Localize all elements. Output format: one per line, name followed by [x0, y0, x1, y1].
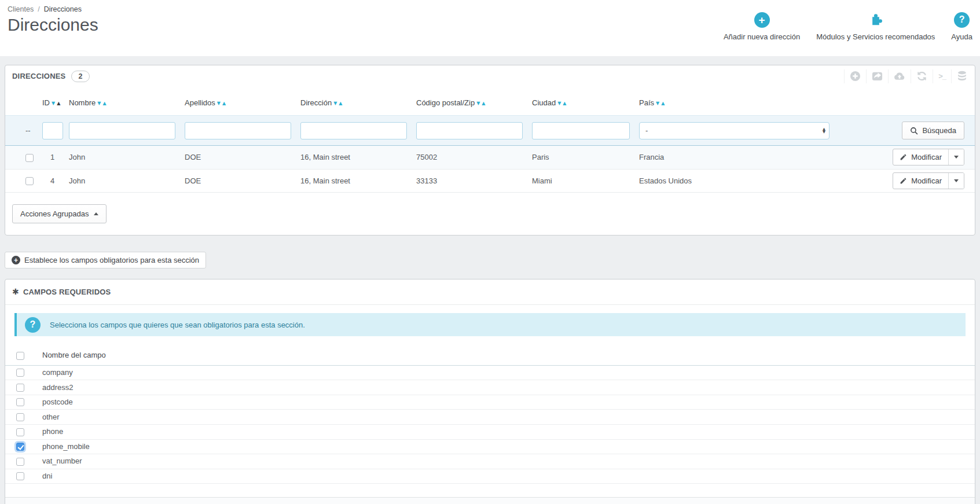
- row-checkbox[interactable]: [25, 177, 34, 185]
- list-item: dni: [5, 469, 975, 484]
- column-header-apellidos[interactable]: Apellidos▼▲: [180, 87, 296, 116]
- cell-id: 1: [38, 146, 64, 170]
- filter-apellidos-input[interactable]: [185, 122, 291, 139]
- row-checkbox[interactable]: [25, 154, 34, 162]
- help-circle-icon: ?: [954, 12, 970, 28]
- sort-desc-icon[interactable]: ▼: [476, 101, 480, 106]
- sort-desc-icon[interactable]: ▼: [97, 101, 101, 106]
- cell-direccion: 16, Main street: [296, 146, 412, 170]
- cell-direccion: 16, Main street: [296, 169, 412, 193]
- sort-asc-icon[interactable]: ▲: [661, 101, 665, 106]
- filter-nombre-input[interactable]: [69, 122, 175, 139]
- field-checkbox-vat-number[interactable]: [16, 458, 24, 466]
- modify-dropdown-toggle[interactable]: [948, 149, 964, 165]
- sort-desc-icon[interactable]: ▼: [52, 101, 55, 106]
- cell-pais: Estados Unidos: [634, 169, 834, 193]
- recommended-modules-label: Módulos y Servicios recomendados: [816, 32, 935, 41]
- sort-desc-icon[interactable]: ▼: [333, 101, 337, 106]
- cell-apellidos: DOE: [180, 146, 296, 170]
- modify-dropdown-toggle[interactable]: [948, 173, 964, 189]
- sort-asc-icon[interactable]: ▲: [222, 101, 226, 106]
- filter-direccion-input[interactable]: [300, 122, 407, 139]
- sort-asc-icon[interactable]: ▲: [563, 101, 566, 106]
- filter-codigo-postal-input[interactable]: [416, 122, 523, 139]
- caret-down-icon: [954, 156, 959, 159]
- asterisk-icon: ✱: [12, 287, 19, 296]
- cell-ciudad: Paris: [527, 146, 634, 170]
- set-required-fields-button[interactable]: + Establece los campos obligatorios para…: [5, 252, 206, 268]
- sort-desc-icon[interactable]: ▼: [557, 101, 561, 106]
- field-name-label: dni: [34, 469, 975, 484]
- sort-desc-icon[interactable]: ▼: [217, 101, 221, 106]
- required-fields-heading: ✱ CAMPOS REQUERIDOS: [5, 279, 975, 305]
- sort-desc-icon[interactable]: ▼: [656, 101, 659, 106]
- column-header-row: ID▼▲ Nombre▼▲ Apellidos▼▲ Dirección▼▲ Có…: [5, 87, 975, 116]
- sort-asc-icon[interactable]: ▲: [102, 101, 106, 106]
- required-fields-table: Nombre del campo company address2 postco…: [5, 347, 975, 484]
- field-name-label: other: [34, 410, 975, 425]
- page-root: Clientes/Direcciones Direcciones + Añadi…: [0, 0, 980, 504]
- list-item: phone: [5, 424, 975, 439]
- field-checkbox-other[interactable]: [16, 413, 24, 421]
- fields-header-row: Nombre del campo: [5, 347, 975, 365]
- addresses-table: ID▼▲ Nombre▼▲ Apellidos▼▲ Dirección▼▲ Có…: [5, 87, 975, 193]
- sort-asc-icon[interactable]: ▲: [57, 101, 60, 106]
- list-item: company: [5, 365, 975, 380]
- list-item: postcode: [5, 395, 975, 410]
- filter-ciudad-input[interactable]: [532, 122, 630, 139]
- column-header-actions: [834, 87, 975, 116]
- required-fields-panel: ✱ CAMPOS REQUERIDOS ? Selecciona los cam…: [5, 279, 975, 504]
- help-button[interactable]: ? Ayuda: [951, 11, 972, 41]
- header-actions: + Añadir nueva dirección Módulos y Servi…: [707, 11, 972, 41]
- cell-codigo-postal: 33133: [412, 169, 527, 193]
- field-checkbox-phone[interactable]: [16, 428, 24, 436]
- table-row: 4 John DOE 16, Main street 33133 Miami E…: [5, 169, 975, 193]
- select-all-checkbox[interactable]: [16, 352, 24, 360]
- cell-pais: Francia: [634, 146, 834, 170]
- field-checkbox-address2[interactable]: [16, 384, 24, 392]
- recommended-modules-button[interactable]: Módulos y Servicios recomendados: [816, 11, 935, 41]
- export-icon[interactable]: [866, 69, 888, 83]
- caret-up-icon: [94, 212, 98, 215]
- list-item: phone_mobile: [5, 439, 975, 454]
- pencil-icon: [900, 153, 907, 161]
- filter-dash: --: [5, 116, 38, 146]
- sql-console-icon[interactable]: >_: [933, 69, 951, 83]
- add-icon[interactable]: [844, 69, 866, 83]
- select-stepper-icon: ▲▼: [823, 128, 825, 134]
- addresses-panel-heading: DIRECCIONES 2 >_: [5, 65, 975, 87]
- grouped-actions-button[interactable]: Acciones Agrupadas: [12, 204, 107, 223]
- cell-id: 4: [38, 169, 64, 193]
- list-item: address2: [5, 380, 975, 395]
- panel-toolbar: >_: [844, 65, 975, 87]
- field-name-label: vat_number: [34, 454, 975, 469]
- modify-button[interactable]: Modificar: [893, 173, 948, 189]
- column-header-nombre[interactable]: Nombre▼▲: [64, 87, 180, 116]
- question-circle-icon: ?: [25, 317, 41, 333]
- info-alert-text: Selecciona los campos que quieres que se…: [50, 321, 305, 329]
- table-row: 1 John DOE 16, Main street 75002 Paris F…: [5, 146, 975, 170]
- field-checkbox-postcode[interactable]: [16, 398, 24, 406]
- fields-column-header: Nombre del campo: [34, 347, 975, 365]
- sort-asc-icon[interactable]: ▲: [339, 101, 342, 106]
- column-header-ciudad[interactable]: Ciudad▼▲: [527, 87, 634, 116]
- column-header-pais[interactable]: País▼▲: [634, 87, 834, 116]
- field-checkbox-phone-mobile[interactable]: [16, 443, 24, 451]
- field-checkbox-company[interactable]: [16, 369, 24, 377]
- modify-button[interactable]: Modificar: [893, 149, 948, 165]
- column-header-id[interactable]: ID▼▲: [38, 87, 64, 116]
- import-icon[interactable]: [888, 69, 911, 83]
- column-header-direccion[interactable]: Dirección▼▲: [296, 87, 412, 116]
- add-new-address-button[interactable]: + Añadir nueva dirección: [724, 11, 800, 41]
- puzzle-icon: [867, 11, 884, 28]
- addresses-panel-title: DIRECCIONES: [12, 72, 66, 80]
- breadcrumb-clientes[interactable]: Clientes: [8, 5, 34, 13]
- filter-id-input[interactable]: [42, 122, 63, 139]
- field-checkbox-dni[interactable]: [16, 472, 24, 480]
- sort-asc-icon[interactable]: ▲: [482, 101, 485, 106]
- refresh-icon[interactable]: [911, 69, 933, 83]
- search-button[interactable]: Búsqueda: [902, 122, 964, 139]
- sql-manager-icon[interactable]: [951, 69, 972, 83]
- filter-pais-select[interactable]: - ▲▼: [639, 122, 829, 139]
- column-header-codigo-postal[interactable]: Código postal/Zip▼▲: [412, 87, 527, 116]
